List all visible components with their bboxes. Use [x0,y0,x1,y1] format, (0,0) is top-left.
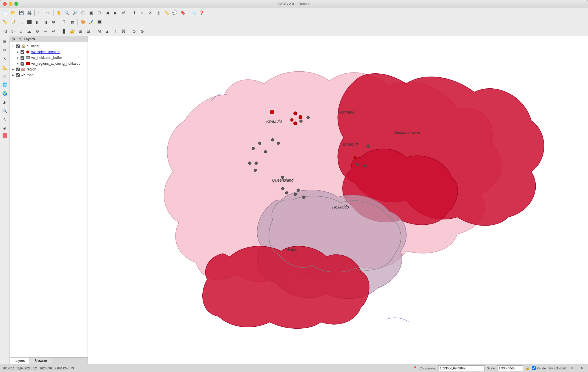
expand-icon-vw-select-location[interactable]: ▶ [16,50,20,54]
pan-button[interactable]: ✋ [55,9,62,16]
expand-icon-region[interactable]: ▶ [11,67,15,71]
style-tool-3[interactable]: 🔳 [95,18,103,26]
layer-checkbox-region[interactable] [16,68,20,71]
edit-tool-3[interactable]: ⬚ [17,18,25,26]
save-as-button[interactable]: 🖨️ [25,9,33,16]
redo-button[interactable]: ↪ [44,9,52,16]
layer-checkbox-vw-select-location[interactable] [21,50,24,54]
coordinate-input[interactable] [438,365,485,371]
open-project-button[interactable]: 📂 [9,9,17,16]
layer-item-vw-hokkaido-buffer[interactable]: ▶ vw_hokkaido_buffer [10,55,88,61]
edit-tool-5[interactable]: ◧ [34,18,41,26]
save-project-button[interactable]: 💾 [17,9,25,16]
plugin-tool-8[interactable]: ▊ [60,27,68,35]
tab-layers[interactable]: Layers [10,358,30,364]
left-icon-plugin2[interactable]: 🌐 [1,81,9,89]
layer-checkbox-vw-hokkaido-buffer[interactable] [21,56,24,60]
bookmarks-button[interactable]: 🔖 [179,9,186,16]
map-tips-button[interactable]: 💬 [171,9,178,16]
style-tool-1[interactable]: 🎨 [79,18,87,26]
layer-item-vw-select-location[interactable]: ▶ vw_select_location [10,49,88,55]
zoom-previous-button[interactable]: ◀ [103,9,111,16]
deselect-button[interactable]: ✕ [147,9,154,16]
zoom-layer-button[interactable]: ▣ [87,9,95,16]
zoom-in-button[interactable]: 🔍 [63,9,71,16]
layer-item-vw-regions-adjoining[interactable]: ▶ vw_regions_adjoining_hokkaido [10,61,88,66]
left-icon-measure[interactable]: 📐 [1,63,9,71]
layers-panel-close[interactable]: ✕ [12,37,16,41]
layer-item-region[interactable]: ▶ region [10,66,88,72]
left-icon-plugin6[interactable]: ∿ [1,115,9,123]
edit-tool-1[interactable]: ✏️ [1,18,9,26]
ows-tool[interactable]: ↑ [112,27,119,35]
wfs-tool[interactable]: ▲ [103,27,111,35]
extra-tool-1[interactable]: ⊙ [130,27,138,35]
wms-tool[interactable]: M [95,27,103,35]
edit-tool-4[interactable]: ⬛ [25,18,33,26]
toolbar-row-2: ✏️ 📝 ⬚ ⬛ ◧ ◨ ⊕ T ▦ 🎨 🖌️ 🔳 [0,17,588,27]
help-button[interactable]: ❓ [198,9,205,16]
scale-input[interactable] [497,365,523,371]
left-icon-swatch[interactable] [3,133,7,138]
label-tool[interactable]: T [60,18,68,26]
select-button[interactable]: ↖ [138,9,146,16]
rotation-button[interactable]: ↻ [578,364,586,372]
plugin-tool-2[interactable]: ▷ [9,27,17,35]
plugin-tool-10[interactable]: ⊞ [77,27,84,35]
plugin-tool-11[interactable]: ⊡ [85,27,92,35]
edit-tool-6[interactable]: ◨ [42,18,49,26]
layer-item-road[interactable]: ▶ road [10,72,88,78]
map-area[interactable]: Germania KwaZulu Saskatchewan Missouri Q… [88,36,588,364]
select-location-button[interactable]: ◎ [155,9,162,16]
plugin-tool-1[interactable]: ◁ [1,27,9,35]
expand-icon-vw-regions-adjoining[interactable]: ▶ [16,62,20,66]
zoom-selection-button[interactable]: ⊡ [95,9,103,16]
db-tool[interactable]: ⌘ [120,27,127,35]
render-checkbox[interactable] [532,366,536,370]
minimize-button[interactable] [9,2,12,6]
left-icon-layers[interactable]: ⊟ [1,37,9,45]
tab-browser[interactable]: Browser [30,358,52,364]
expand-icon-building[interactable]: ▼ [11,44,15,48]
new-project-button[interactable]: 📄 [1,9,9,16]
left-icon-plugin3[interactable]: 🌍 [1,89,9,97]
print-button[interactable]: 🗒️ [190,9,197,16]
epsg-label: EPSG:4326 [549,367,566,370]
plugin-tool-6[interactable]: ⇌ [42,27,49,35]
plugin-tool-5[interactable]: ⚙ [34,27,41,35]
plugin-tool-7[interactable]: ↩ [50,27,57,35]
layer-checkbox-road[interactable] [16,73,20,77]
layer-checkbox-building[interactable] [16,44,20,48]
left-icon-plugin1[interactable]: ⊕ [1,72,9,80]
left-icon-digitize[interactable]: ✏ [1,46,9,54]
identify-button[interactable]: ℹ [130,9,138,16]
zoom-next-button[interactable]: ▶ [112,9,119,16]
zoom-full-button[interactable]: ⊞ [79,9,87,16]
style-tool-2[interactable]: 🖌️ [87,18,95,26]
left-icon-plugin5[interactable]: 🔍 [1,107,9,115]
layer-checkbox-vw-regions-adjoining[interactable] [21,62,24,66]
layers-panel-detach[interactable]: ⊡ [18,37,22,41]
left-icon-plugin4[interactable]: ◭ [1,98,9,106]
extra-tool-2[interactable]: ⊛ [138,27,146,35]
attr-table-btn[interactable]: ▦ [69,18,76,26]
plugin-tool-9[interactable]: 🔐 [69,27,76,35]
expand-icon-vw-hokkaido-buffer[interactable]: ▶ [16,56,20,60]
edit-tool-7[interactable]: ⊕ [50,18,57,26]
epsg-button[interactable]: ⊕ [568,364,576,372]
maximize-button[interactable] [14,2,18,6]
layer-item-building[interactable]: ▼ 🏠 building [10,43,88,49]
edit-tool-2[interactable]: 📝 [9,18,17,26]
left-icon-select[interactable]: ↖ [1,55,9,63]
expand-icon-road[interactable]: ▶ [11,73,15,77]
layer-name-vw-hokkaido-buffer: vw_hokkaido_buffer [31,56,86,60]
plugin-tool-3[interactable]: ⌂ [17,27,25,35]
plugin-tool-4[interactable]: ☁ [25,27,33,35]
measure-button[interactable]: 📏 [163,9,170,16]
close-button[interactable] [3,2,7,6]
refresh-button[interactable]: ↺ [120,9,127,16]
scale-lock-icon[interactable]: 🔒 [526,366,530,370]
left-icon-plugin7[interactable]: ◈ [1,124,9,132]
undo-button[interactable]: ↩ [36,9,44,16]
zoom-out-button[interactable]: 🔎 [71,9,79,16]
